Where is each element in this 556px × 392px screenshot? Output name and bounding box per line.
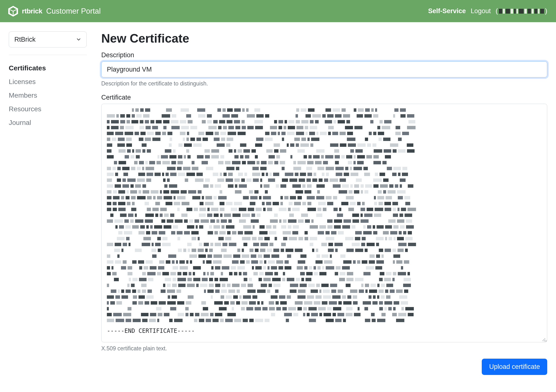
description-help: Description for the certificate to disti…: [101, 80, 547, 87]
sidebar-item-members[interactable]: Members: [9, 89, 87, 102]
brand-name: rtbrick: [22, 7, 42, 15]
brand-block: rtbrick Customer Portal: [7, 5, 101, 18]
field-certificate: Certificate -----END CERTIFICATE----- X.…: [101, 94, 547, 352]
org-select-value: RtBrick: [14, 36, 36, 43]
certificate-body-obscured: [107, 108, 542, 322]
page-title: New Certificate: [101, 31, 547, 46]
main-content: New Certificate Description Description …: [101, 31, 547, 375]
nav-logout[interactable]: Logout: [471, 7, 491, 15]
app-header: rtbrick Customer Portal Self-Service Log…: [0, 0, 556, 22]
sidebar-nav: Certificates Licenses Members Resources …: [9, 61, 87, 130]
certificate-textarea[interactable]: -----END CERTIFICATE-----: [101, 104, 547, 342]
description-input[interactable]: [101, 61, 547, 77]
field-description: Description Description for the certific…: [101, 51, 547, 87]
username-obscured: [499, 9, 544, 14]
chevron-down-icon: [76, 37, 81, 42]
sidebar-item-certificates[interactable]: Certificates: [9, 61, 87, 75]
paren-open: (: [496, 7, 498, 15]
certificate-label: Certificate: [101, 94, 547, 101]
description-label: Description: [101, 51, 547, 59]
sidebar-divider: [9, 55, 87, 55]
header-right: Self-Service Logout ( ): [428, 7, 547, 15]
paren-close: ): [545, 7, 547, 15]
upload-certificate-button[interactable]: Upload certificate: [482, 359, 547, 375]
resize-handle-icon[interactable]: [541, 336, 546, 341]
sidebar-item-journal[interactable]: Journal: [9, 116, 87, 130]
certificate-end-marker: -----END CERTIFICATE-----: [107, 327, 542, 334]
org-select[interactable]: RtBrick: [9, 31, 87, 47]
sidebar-item-licenses[interactable]: Licenses: [9, 75, 87, 89]
app-name: Customer Portal: [46, 7, 101, 16]
nav-self-service[interactable]: Self-Service: [428, 7, 466, 15]
current-user: ( ): [496, 7, 547, 15]
form-actions: Upload certificate: [101, 359, 547, 375]
certificate-help: X.509 certificate plain text.: [101, 345, 547, 352]
sidebar-item-resources[interactable]: Resources: [9, 102, 87, 116]
sidebar: RtBrick Certificates Licenses Members Re…: [9, 31, 87, 375]
brand-logo-icon: [7, 5, 19, 18]
